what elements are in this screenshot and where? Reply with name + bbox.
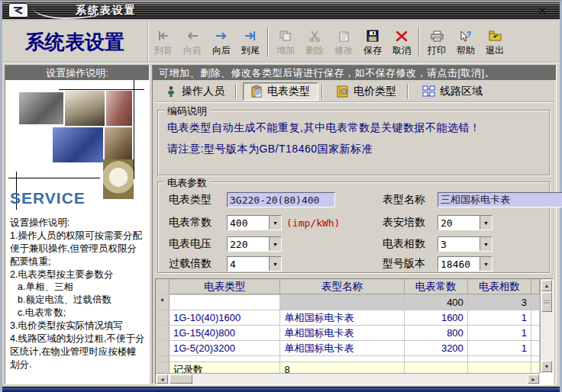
meter-constant-unit: (imp/kWh) — [286, 217, 340, 229]
cell-meter-type[interactable]: 1G-15(40)800 — [170, 326, 280, 340]
ampere-label: 表安培数 — [383, 216, 438, 230]
meter-type-label: 电表类型 — [169, 193, 227, 207]
red-x-icon — [394, 29, 409, 43]
version-label: 型号版本 — [383, 257, 438, 271]
voltage-combobox[interactable]: 220 ▼ — [227, 236, 282, 252]
table-row[interactable]: * 400 3 — [156, 295, 540, 310]
exit-folder-icon — [487, 29, 502, 43]
tab-separator — [407, 84, 409, 99]
row-selector[interactable]: * — [156, 295, 170, 310]
row-selector[interactable] — [156, 341, 170, 355]
cell-constant[interactable]: 400 — [405, 295, 468, 310]
overload-combobox[interactable]: 4 ▼ — [227, 256, 282, 272]
meter-types-table: 电表类型 表型名称 电表常数 电表相数 * 400 3 1G-10(40)16 — [155, 278, 554, 385]
scroll-left-icon[interactable]: ◄ — [157, 374, 168, 384]
print-button[interactable]: 打印 — [422, 22, 451, 62]
cell-model-name[interactable]: 单相国标电卡表 — [280, 326, 404, 340]
column-header — [531, 279, 540, 294]
chevron-down-icon[interactable]: ▼ — [269, 216, 281, 230]
chevron-down-icon[interactable]: ▼ — [269, 257, 281, 271]
modify-button[interactable]: 修改 — [329, 22, 358, 62]
delete-button[interactable]: 删除 — [300, 22, 329, 62]
sidebar: 设置操作说明: SERVICE 设置操作说明: 1.操作人员的权限可按需要分配便… — [5, 65, 150, 384]
column-header[interactable]: 电表类型 — [170, 279, 280, 294]
notice-bar: 可增加、删除、修改各类型后请进行保存，如不保存修改，请点击[取消]。 — [153, 66, 556, 80]
version-combobox[interactable]: 18460 ▼ — [438, 256, 493, 272]
operator-person-icon — [165, 85, 177, 98]
meter-constant-combobox[interactable]: 400 ▼ — [227, 215, 282, 230]
page-title: 系统表设置 — [2, 22, 149, 62]
column-header[interactable]: 表型名称 — [280, 279, 404, 294]
table-row[interactable]: 1G-10(40)1600 单相国标电卡表 1600 1 — [156, 310, 540, 326]
cell-meter-type[interactable] — [170, 295, 280, 310]
column-header[interactable]: 电表常数 — [405, 279, 468, 294]
tab-line-areas[interactable]: ++ 线路区域 — [415, 82, 490, 101]
scroll-up-icon[interactable]: ▲ — [541, 280, 552, 291]
meter-type-field[interactable] — [227, 192, 335, 207]
cell-model-name[interactable]: 单相国标电卡表 — [280, 310, 404, 325]
model-name-field[interactable] — [438, 192, 562, 207]
add-button[interactable]: + 增加 — [271, 22, 300, 62]
window-bottom-border — [2, 387, 560, 392]
first-record-button[interactable]: 到首 — [149, 22, 178, 62]
tab-operators[interactable]: 操作人员 — [157, 82, 232, 101]
tab-price-types[interactable]: 电价类型 — [329, 82, 404, 101]
service-collage-image: SERVICE — [5, 80, 149, 214]
row-selector[interactable] — [156, 310, 170, 325]
cell-constant[interactable]: 3200 — [405, 341, 468, 355]
horizontal-scroll-thumb[interactable] — [170, 374, 192, 384]
printer-icon — [429, 29, 444, 43]
horizontal-scrollbar[interactable]: ◄ ► — [156, 373, 540, 384]
ampere-combobox[interactable]: 20 ▼ — [438, 215, 493, 230]
cell-phases[interactable]: 1 — [468, 341, 531, 355]
chevron-down-icon[interactable]: ▼ — [480, 216, 492, 230]
cell-meter-type[interactable]: 1G-10(40)1600 — [170, 310, 280, 325]
scroll-down-icon[interactable]: ▼ — [541, 361, 552, 372]
cell-meter-type[interactable]: 1G-5(20)3200 — [170, 341, 280, 355]
cell-constant[interactable]: 800 — [405, 326, 468, 340]
toolbar: 系统表设置 到首 向前 向后 到尾 + 增加 删除 修改 — [2, 22, 560, 63]
model-name-label: 表型名称 — [383, 193, 438, 207]
app-window: 系统表设置 ✕ 系统表设置 到首 向前 向后 到尾 + 增加 删除 — [0, 0, 562, 392]
cancel-button[interactable]: 取消 — [387, 22, 416, 62]
next-record-button[interactable]: 向后 — [207, 22, 236, 62]
coding-groupbox: 编码说明 电表类型自动生成不能重复,其中电表常数是关键数据不能选错！ 请注意:型… — [157, 110, 550, 175]
last-record-button[interactable]: 到尾 — [236, 22, 265, 62]
window-title: 系统表设置 — [76, 4, 137, 18]
cell-phases[interactable]: 1 — [468, 326, 531, 340]
cell-phases[interactable]: 1 — [468, 310, 531, 325]
svg-text:+: + — [289, 31, 292, 35]
first-record-icon — [156, 29, 171, 43]
exit-button[interactable]: 退出 — [480, 22, 509, 62]
edit-note-icon — [336, 29, 351, 43]
cell-model-name[interactable]: 单相国标电卡表 — [280, 341, 404, 355]
cell-model-name[interactable] — [280, 295, 404, 310]
cell-constant[interactable]: 1600 — [405, 310, 468, 325]
instruction-line: 3.电价类型按实际情况填写 — [10, 320, 146, 333]
instruction-line: 设置操作说明: — [10, 217, 146, 230]
clipboard-icon — [251, 85, 263, 98]
cell-phases[interactable]: 3 — [468, 295, 531, 310]
close-icon[interactable]: ✕ — [535, 4, 549, 18]
table-row-empty — [156, 356, 540, 362]
table-row[interactable]: 1G-5(20)3200 单相国标电卡表 3200 1 — [156, 341, 540, 356]
column-header[interactable]: 电表相数 — [468, 279, 531, 294]
tab-separator — [235, 84, 237, 99]
prev-record-icon — [185, 29, 200, 43]
svg-text:+: + — [428, 93, 431, 98]
table-row[interactable]: 1G-15(40)800 单相国标电卡表 800 1 — [156, 326, 540, 341]
tab-meter-types[interactable]: 电表类型 — [243, 82, 318, 101]
prev-record-button[interactable]: 向前 — [178, 22, 207, 62]
row-selector[interactable] — [156, 326, 170, 340]
chevron-down-icon[interactable]: ▼ — [480, 257, 492, 271]
chevron-down-icon[interactable]: ▼ — [480, 237, 492, 251]
scroll-right-icon[interactable]: ► — [528, 374, 539, 384]
instruction-line: 4.线路区域的划分过粗,不便于分区统计,在物业管理时应按楼幢划分. — [10, 333, 146, 371]
titlebar[interactable]: 系统表设置 ✕ — [2, 1, 560, 21]
phases-combobox[interactable]: 3 ▼ — [438, 236, 493, 252]
vertical-scroll-thumb[interactable] — [541, 292, 552, 312]
help-button[interactable]: ? 帮助 — [451, 22, 480, 62]
chevron-down-icon[interactable]: ▼ — [269, 237, 281, 251]
vertical-scrollbar[interactable]: ▲ ▼ — [540, 279, 553, 373]
save-button[interactable]: 保存 — [358, 22, 387, 62]
